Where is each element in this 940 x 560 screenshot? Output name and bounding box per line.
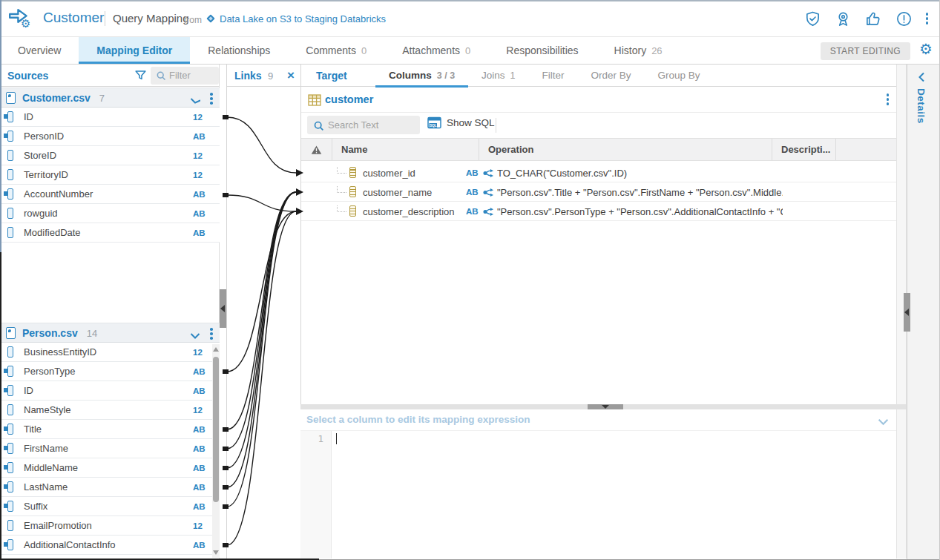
name-column-header[interactable]: Name [332, 139, 479, 160]
source-column-row[interactable]: MiddleNameAB [0, 458, 220, 478]
tab-overview[interactable]: Overview [0, 37, 79, 64]
expression-placeholder: Select a column to edit its mapping expr… [306, 414, 530, 425]
target-tabs: Columns3 / 3 Joins1 Filter Order By Grou… [375, 65, 714, 87]
chevron-down-icon[interactable] [190, 94, 200, 108]
chevron-down-icon[interactable] [190, 329, 200, 343]
target-tab-columns[interactable]: Columns3 / 3 [375, 65, 468, 87]
sources-filter-input[interactable] [169, 67, 215, 83]
source-table-kebab-icon[interactable] [210, 93, 213, 105]
target-column-row[interactable]: customer_description AB "Person.csv".Per… [301, 202, 896, 221]
source-column-row[interactable]: rowguidAB [0, 204, 220, 223]
target-tab-group-by[interactable]: Group By [645, 65, 714, 87]
splitter-handle[interactable] [588, 404, 623, 409]
scrollbar-down-arrow[interactable] [213, 550, 219, 555]
expression-code-area[interactable]: 1 [300, 430, 896, 559]
column-icon [7, 227, 13, 238]
tab-relationships[interactable]: Relationships [190, 37, 288, 64]
tab-attachments[interactable]: Attachments0 [384, 37, 488, 64]
column-icon [7, 346, 13, 358]
source-column-row[interactable]: ModifiedDateAB [0, 223, 220, 243]
type-badge: AB [193, 367, 206, 376]
details-panel-collapse-handle[interactable] [904, 293, 910, 332]
sql-icon: SQL [427, 116, 441, 129]
tree-connector [337, 211, 346, 212]
start-editing-button[interactable]: START EDITING [821, 42, 910, 60]
source-table-header-person[interactable]: Person.csv14 [0, 323, 220, 343]
source-table-name: Customer.csv7 [22, 92, 105, 104]
chevron-down-icon[interactable] [878, 415, 889, 429]
source-column-row[interactable]: SuffixAB [0, 497, 220, 516]
show-sql-button[interactable]: SQL Show SQL [427, 116, 495, 129]
thumbs-up-icon[interactable] [865, 10, 883, 27]
scrollbar-up-arrow[interactable] [213, 347, 219, 352]
links-title: Links [234, 70, 262, 82]
close-icon[interactable]: × [287, 68, 295, 83]
source-column-row[interactable]: EmailPromotion12 [0, 516, 220, 536]
transform-icon [483, 168, 494, 182]
comments-count: 0 [361, 45, 367, 56]
column-linked-icon [7, 188, 13, 200]
alert-circle-icon[interactable] [895, 10, 913, 27]
source-column-row[interactable]: StoreID12 [0, 146, 220, 165]
target-table-kebab-icon[interactable] [887, 93, 890, 105]
certification-badge-icon[interactable] [835, 10, 852, 27]
target-tab-order-by[interactable]: Order By [578, 65, 645, 87]
settings-gear-icon[interactable]: ⚙ [919, 40, 933, 58]
source-column-row[interactable]: ID12 [0, 108, 220, 127]
transform-icon [483, 206, 494, 220]
description-column-header[interactable]: Descripti... [772, 139, 836, 160]
window-edge [0, 0, 940, 1]
source-column-row[interactable]: TitleAB [0, 420, 220, 439]
target-tab-joins[interactable]: Joins1 [468, 65, 528, 87]
warning-column-header[interactable] [301, 139, 332, 160]
tab-responsibilities[interactable]: Responsibilities [488, 37, 596, 64]
mapping-path-link[interactable]: Data Lake on S3 to Staging Databricks [220, 13, 386, 24]
type-badge: AB [466, 188, 479, 197]
tab-mapping-editor[interactable]: Mapping Editor [79, 37, 190, 64]
source-column-row[interactable]: AdditionalContactInfoAB [0, 536, 220, 555]
page-title: Customer [43, 10, 104, 26]
person-csv-column-list: BusinessEntityID12 PersonTypeAB IDAB Nam… [0, 343, 220, 555]
tab-history[interactable]: History26 [596, 37, 680, 64]
person-list-scrollbar[interactable] [212, 344, 220, 558]
csv-file-icon [6, 92, 16, 104]
target-column-row[interactable]: customer_id AB TO_CHAR("Customer.csv".ID… [301, 163, 896, 182]
source-column-row[interactable]: FirstNameAB [0, 439, 220, 458]
csv-file-icon [6, 327, 16, 339]
source-table-kebab-icon[interactable] [210, 328, 213, 340]
column-linked-icon [7, 501, 13, 512]
title-divider [105, 11, 105, 26]
chevron-left-icon[interactable] [918, 72, 925, 85]
sources-panel-collapse-handle[interactable] [220, 289, 226, 328]
type-badge: AB [193, 483, 206, 492]
toolbar-divider [496, 118, 496, 133]
warning-icon [311, 145, 322, 155]
filter-funnel-icon[interactable] [134, 69, 147, 85]
target-table-bar: customer [301, 88, 896, 113]
details-side-panel[interactable]: Details [907, 65, 940, 560]
tab-comments[interactable]: Comments0 [288, 37, 384, 64]
type-badge: AB [193, 444, 206, 453]
source-column-row[interactable]: PersonIDAB [0, 127, 220, 146]
type-badge: 12 [193, 348, 203, 357]
type-badge: AB [193, 425, 206, 434]
source-column-row[interactable]: IDAB [0, 381, 220, 401]
editor-splitter[interactable] [300, 404, 907, 409]
source-column-row[interactable]: BusinessEntityID12 [0, 343, 220, 362]
shield-check-icon[interactable] [804, 10, 822, 27]
source-column-row[interactable]: PersonTypeAB [0, 362, 220, 381]
source-column-row[interactable]: AccountNumberAB [0, 185, 220, 204]
target-table-name: customer [325, 93, 373, 105]
operation-column-header[interactable]: Operation [479, 139, 772, 160]
header-kebab-menu-icon[interactable] [926, 13, 929, 24]
target-tab-filter[interactable]: Filter [529, 65, 578, 87]
source-column-row[interactable]: TerritoryID12 [0, 165, 220, 185]
target-column-row[interactable]: customer_name AB "Person.csv".Title + "P… [301, 182, 896, 202]
source-column-row[interactable]: NameStyle12 [0, 401, 220, 420]
sources-filter-box [151, 67, 219, 85]
column-linked-icon [7, 385, 13, 396]
target-search-input[interactable] [328, 116, 414, 133]
scrollbar-thumb[interactable] [213, 357, 219, 502]
source-table-header-customer[interactable]: Customer.csv7 [0, 88, 220, 108]
source-column-row[interactable]: LastNameAB [0, 478, 220, 497]
